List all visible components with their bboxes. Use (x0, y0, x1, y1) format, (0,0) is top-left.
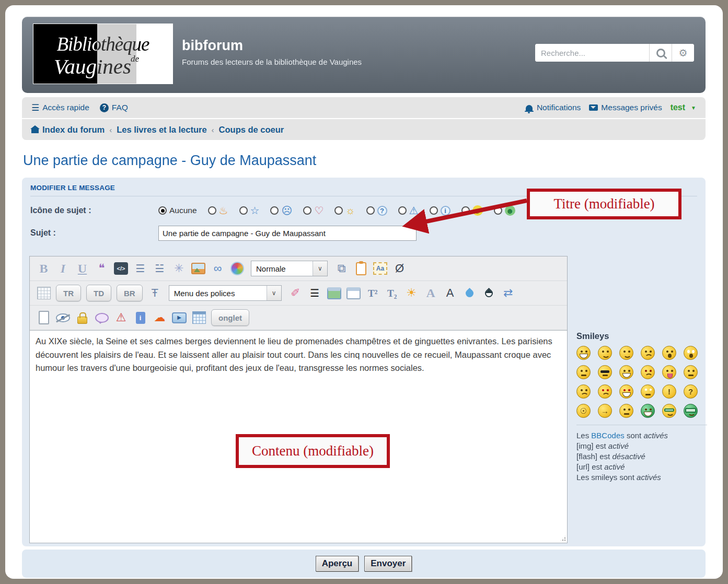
format-select[interactable]: Normale∨ (251, 261, 328, 276)
breadcrumb-home[interactable]: Index du forum (31, 125, 105, 135)
font-color-dark-icon[interactable]: A (443, 285, 457, 301)
fire-icon-option[interactable]: ♨ (208, 205, 228, 216)
strikethrough-icon[interactable]: Ŧ (148, 285, 162, 301)
font-select[interactable]: Menu des polices∨ (169, 285, 282, 301)
list-item-icon[interactable]: ✳ (172, 260, 186, 277)
bold-icon[interactable]: B (37, 260, 51, 277)
smiley-shocked[interactable] (684, 346, 698, 360)
table-row-button[interactable]: TR (56, 285, 81, 301)
smiley-twisted-evil[interactable] (619, 384, 633, 399)
info-block-icon[interactable]: i (133, 309, 147, 326)
smiley-embarrassed[interactable] (684, 365, 698, 379)
hide-icon[interactable]: Ø (392, 260, 407, 277)
user-menu[interactable]: test ▼ (671, 103, 696, 112)
superscript-icon[interactable]: T² (366, 285, 380, 301)
search-settings-button[interactable]: ⚙ (672, 44, 694, 62)
submit-button[interactable]: Envoyer (364, 556, 412, 571)
star-icon: ☆ (250, 205, 260, 216)
spoiler-eye-icon[interactable] (56, 309, 70, 326)
smiley-wink[interactable] (619, 346, 633, 360)
water-drop-icon-glyph (464, 287, 475, 298)
icon-none-option[interactable]: Aucune (158, 206, 197, 215)
smiley-cool[interactable] (598, 365, 612, 379)
code-icon[interactable]: </> (114, 260, 128, 277)
soundcloud-icon[interactable]: ☁ (153, 309, 167, 326)
font-color-light-icon[interactable]: A (424, 285, 438, 301)
breadcrumb-forum[interactable]: Les livres et la lecture (117, 125, 206, 135)
justify-icon[interactable]: ☰ (308, 285, 322, 301)
remove-format-icon[interactable]: Aa (373, 260, 387, 277)
sad-face-icon-option[interactable]: ☹ (270, 205, 292, 216)
subject-input[interactable] (158, 226, 417, 241)
smiley-neutral[interactable] (619, 404, 633, 418)
smiley-question[interactable]: ? (684, 384, 698, 399)
smiley-arrow[interactable]: → (598, 404, 612, 418)
contrast-drop-icon[interactable] (482, 285, 496, 301)
smiley-idea[interactable]: ☉ (576, 404, 591, 418)
smiley-crying[interactable] (576, 384, 591, 399)
lock-icon[interactable] (75, 309, 89, 326)
table-icon[interactable] (37, 285, 51, 301)
notifications-link[interactable]: Notifications (526, 103, 581, 112)
iframe-icon[interactable] (327, 285, 341, 301)
highlight-icon[interactable]: ✐ (288, 285, 303, 301)
bbcodes-link[interactable]: BBCodes (591, 431, 624, 440)
search-button[interactable] (649, 44, 672, 62)
smiley-razz[interactable] (662, 365, 676, 379)
line-break-button[interactable]: BR (117, 285, 143, 301)
private-messages-link[interactable]: Messages privés (589, 103, 662, 112)
code-window-icon[interactable] (346, 285, 361, 301)
smiley-geek[interactable] (662, 404, 676, 418)
bulb-icon-option[interactable]: ☼ (334, 205, 355, 216)
faq-link[interactable]: ? FAQ (100, 103, 128, 112)
smiley-mad[interactable] (641, 365, 655, 379)
search-input[interactable] (535, 44, 649, 62)
numbered-list-icon[interactable]: ☱ (153, 260, 167, 277)
breadcrumb-topic[interactable]: Coups de coeur (219, 125, 284, 135)
underline-icon[interactable]: U (75, 260, 89, 277)
quote-icon[interactable]: ❝ (95, 260, 109, 277)
speech-bubble-icon[interactable] (95, 309, 109, 326)
info-icon-option[interactable]: i (430, 206, 450, 216)
color-wheel-icon[interactable] (230, 260, 244, 277)
smiley-icon-option[interactable]: ☺ (461, 205, 483, 216)
italic-icon[interactable]: I (56, 260, 70, 277)
paste-icon[interactable] (354, 260, 368, 277)
smiley-smile[interactable] (598, 346, 612, 360)
smiley-confused[interactable] (576, 365, 591, 379)
sun-icon[interactable]: ☀ (405, 285, 419, 301)
image-icon[interactable] (191, 260, 205, 277)
page-icon[interactable] (37, 309, 51, 326)
smiley-laughing[interactable] (619, 365, 633, 379)
heart-icon-option[interactable]: ♡ (303, 205, 323, 216)
smiley-sad[interactable] (641, 346, 655, 360)
bullet-list-icon[interactable]: ☰ (133, 260, 147, 277)
preview-button[interactable]: Aperçu (316, 556, 359, 571)
smiley-rolleyes[interactable] (641, 384, 655, 399)
mrgreen-icon-option[interactable]: ☻ (494, 205, 515, 216)
table-cell-button[interactable]: TD (86, 285, 111, 301)
warning-icon-option[interactable]: ⚠ (398, 205, 419, 216)
site-header: Bibliothèque de Vaugines bibforum Forums… (22, 17, 706, 93)
smiley-evil[interactable] (598, 384, 612, 399)
question-icon-option[interactable]: ? (366, 206, 387, 216)
heart-icon: ♡ (314, 205, 323, 216)
smiley-surprised[interactable] (662, 346, 676, 360)
smiley-ugeek[interactable] (684, 404, 698, 418)
video-icon[interactable]: ▶ (172, 309, 187, 326)
tab-button[interactable]: onglet (211, 309, 249, 326)
link-icon[interactable]: ∞ (211, 260, 225, 277)
swap-arrows-icon[interactable]: ⇄ (501, 285, 515, 301)
copy-icon[interactable]: ⧉ (334, 260, 349, 277)
alert-icon[interactable]: ⚠ (114, 309, 128, 326)
smiley-exclamation[interactable]: ! (662, 384, 676, 399)
smiley-mrgreen[interactable] (641, 404, 655, 418)
smiley-very-happy[interactable] (576, 346, 591, 360)
water-drop-icon[interactable] (463, 285, 477, 301)
site-title[interactable]: bibforum (182, 38, 243, 54)
quick-links-menu[interactable]: ☰ Accès rapide (31, 102, 89, 113)
table-blue-icon[interactable] (192, 309, 206, 326)
subscript-icon[interactable]: T₂ (385, 285, 399, 301)
star-icon-option[interactable]: ☆ (239, 205, 260, 216)
site-logo[interactable]: Bibliothèque de Vaugines (33, 24, 172, 84)
